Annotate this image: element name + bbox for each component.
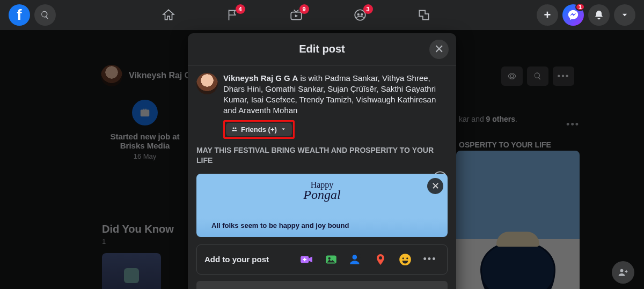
svg-point-2 xyxy=(357,13,360,16)
author-name[interactable]: Vikneysh Raj G G A xyxy=(223,73,298,83)
attach-text-2: Pongal xyxy=(196,188,448,202)
svg-point-9 xyxy=(328,257,331,260)
top-nav: f 4 9 3 + 1 xyxy=(0,0,644,30)
audience-label: Friends (+) xyxy=(241,125,277,134)
caret-down-icon xyxy=(280,126,287,132)
new-message-button[interactable] xyxy=(612,261,634,284)
close-icon: ✕ xyxy=(434,42,444,56)
svg-point-12 xyxy=(399,254,411,265)
audience-highlight: Friends (+) xyxy=(223,120,295,139)
messenger-badge: 1 xyxy=(575,3,585,11)
watch-badge: 9 xyxy=(299,4,309,14)
check-in-button[interactable] xyxy=(371,250,390,269)
add-to-post-label: Add to your post xyxy=(204,255,291,264)
add-to-post-row: Add to your post ••• xyxy=(196,244,448,275)
caret-down-icon xyxy=(621,11,628,19)
save-button[interactable] xyxy=(196,281,448,289)
add-photo-button[interactable] xyxy=(321,250,341,269)
post-text-input[interactable]: MAY THIS FESTIVAL BRING WEALTH AND PROSP… xyxy=(196,145,448,166)
search-button[interactable] xyxy=(34,4,56,26)
people-plus-icon xyxy=(618,267,628,278)
nav-center: 4 9 3 xyxy=(56,1,537,29)
pages-badge: 4 xyxy=(236,4,245,14)
feeling-button[interactable] xyxy=(396,250,415,269)
author-avatar[interactable] xyxy=(196,73,218,94)
nav-pages[interactable]: 4 xyxy=(203,1,262,29)
bell-icon xyxy=(594,10,604,20)
svg-point-3 xyxy=(361,13,363,16)
account-button[interactable] xyxy=(614,4,635,26)
gaming-icon xyxy=(417,8,431,22)
modal-header: Edit post ✕ xyxy=(188,33,456,65)
messenger-icon xyxy=(567,9,579,21)
svg-point-10 xyxy=(353,255,357,260)
nav-watch[interactable]: 9 xyxy=(267,1,326,29)
create-button[interactable]: + xyxy=(537,4,558,26)
nav-gaming[interactable] xyxy=(394,1,454,29)
messenger-button[interactable]: 1 xyxy=(562,4,584,26)
photo-icon xyxy=(324,253,338,266)
plus-icon: + xyxy=(544,8,551,22)
audience-selector[interactable]: Friends (+) xyxy=(226,123,292,136)
tag-person-icon xyxy=(349,253,363,266)
modal-title: Edit post xyxy=(299,43,345,55)
tag-people-button[interactable] xyxy=(346,250,365,269)
close-button[interactable]: ✕ xyxy=(429,40,449,59)
remove-attachment-button[interactable]: ✕ xyxy=(427,178,443,194)
author-with-text: Vikneysh Raj G G A is with Padma Sankar,… xyxy=(223,73,448,116)
notifications-button[interactable] xyxy=(588,4,610,26)
attached-image[interactable]: ✕ Happy Pongal All folks seem to be happ… xyxy=(196,174,448,237)
svg-point-14 xyxy=(406,257,408,259)
home-icon xyxy=(162,8,175,22)
groups-badge: 3 xyxy=(363,4,373,14)
video-plus-icon xyxy=(299,253,313,266)
nav-home[interactable] xyxy=(139,1,199,29)
svg-point-15 xyxy=(620,269,624,272)
svg-point-13 xyxy=(402,257,404,259)
modal-body: Vikneysh Raj G G A is with Padma Sankar,… xyxy=(188,65,456,140)
friends-icon xyxy=(231,126,238,132)
search-icon xyxy=(40,10,50,20)
attach-text-3: All folks seem to be happy and joy bound xyxy=(211,221,349,229)
close-icon: ✕ xyxy=(431,180,440,192)
add-video-room-button[interactable] xyxy=(297,250,316,269)
edit-post-modal: Edit post ✕ Vikneysh Raj G G A is with P… xyxy=(188,33,456,289)
location-icon xyxy=(374,253,387,266)
more-options-button[interactable]: ••• xyxy=(420,250,440,269)
more-icon: ••• xyxy=(423,254,437,265)
nav-groups[interactable]: 3 xyxy=(331,1,390,29)
nav-right: + 1 xyxy=(537,4,635,26)
facebook-logo[interactable]: f xyxy=(9,4,30,26)
feeling-icon xyxy=(398,253,412,266)
